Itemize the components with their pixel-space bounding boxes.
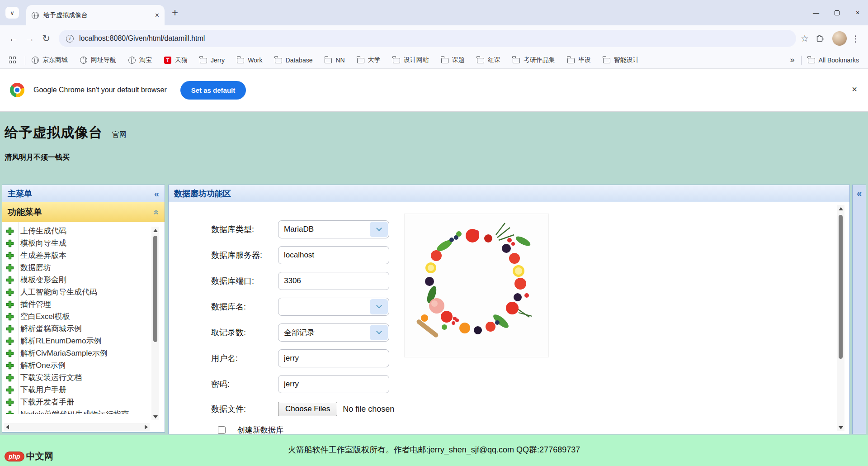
window-close-button[interactable]: × bbox=[847, 0, 868, 25]
sidebar-item-parse-cake-mall[interactable]: 解析蛋糕商城示例 bbox=[2, 323, 165, 335]
scroll-left-icon[interactable] bbox=[4, 423, 11, 431]
notification-close-icon[interactable]: × bbox=[852, 84, 857, 95]
page-header: 给予虚拟成像台 官网 清风明月不须一钱买 bbox=[0, 112, 868, 162]
scrollbar-thumb[interactable] bbox=[839, 215, 843, 359]
scroll-up-icon[interactable] bbox=[837, 205, 844, 212]
official-site-link[interactable]: 官网 bbox=[112, 131, 126, 138]
sidebar-item-blank-excel[interactable]: 空白Excel模板 bbox=[2, 310, 165, 323]
db-server-label: 数据库服务器: bbox=[211, 250, 278, 261]
sidebar-menu-list: 上传生成代码 模板向导生成 生成差异版本 数据磨坊 模板变形金刚 人工智能向导生… bbox=[2, 222, 165, 414]
new-tab-button[interactable]: + bbox=[172, 6, 178, 19]
profile-avatar[interactable] bbox=[832, 31, 847, 46]
folder-icon bbox=[325, 58, 332, 63]
main-panel-header: 数据磨坊功能区 bbox=[169, 185, 849, 202]
browser-tab[interactable]: 给予虚拟成像台 × bbox=[26, 5, 165, 25]
record-count-select[interactable]: 全部记录 bbox=[278, 323, 389, 342]
bookmark-folder-hongke[interactable]: 红课 bbox=[477, 56, 500, 64]
scrollbar-thumb[interactable] bbox=[153, 236, 157, 342]
data-file-label: 数据文件: bbox=[211, 404, 278, 414]
url-bar[interactable]: i localhost:8080/Given/html/datamill.htm… bbox=[59, 30, 796, 47]
tab-close-button[interactable]: × bbox=[155, 11, 159, 19]
bookmark-folder-bishe[interactable]: 毕设 bbox=[567, 56, 591, 64]
folder-icon bbox=[513, 58, 520, 63]
bookmark-taobao[interactable]: 淘宝 bbox=[128, 56, 152, 64]
sidebar-item-plugin-manage[interactable]: 插件管理 bbox=[2, 298, 165, 310]
page-footer: 火箭船软件工作室版权所有。作者电邮:jerry_shen_sjf@qq.com … bbox=[0, 435, 868, 466]
bookmark-jd[interactable]: 京东商城 bbox=[32, 56, 68, 64]
main-vertical-scrollbar[interactable] bbox=[837, 205, 844, 431]
bookmark-star-icon[interactable]: ☆ bbox=[801, 33, 809, 44]
bookmark-folder-work[interactable]: Work bbox=[237, 57, 262, 64]
bookmark-folder-nn[interactable]: NN bbox=[325, 57, 344, 64]
collapse-up-icon[interactable]: « bbox=[152, 209, 161, 214]
sidebar-item-ai-wizard[interactable]: 人工智能向导生成代码 bbox=[2, 286, 165, 298]
scroll-right-icon[interactable] bbox=[142, 423, 150, 431]
window-minimize-button[interactable]: — bbox=[806, 0, 826, 25]
password-input[interactable] bbox=[278, 375, 389, 393]
bookmark-folder-jerry[interactable]: Jerry bbox=[200, 57, 225, 64]
folder-icon bbox=[441, 58, 448, 63]
scroll-down-icon[interactable] bbox=[837, 424, 844, 431]
bookmark-nav[interactable]: 网址导航 bbox=[80, 56, 116, 64]
collapse-left-icon[interactable]: « bbox=[154, 189, 159, 198]
plus-icon bbox=[6, 276, 14, 284]
scroll-down-icon[interactable] bbox=[151, 413, 159, 420]
sidebar-header: 主菜单 « bbox=[2, 185, 165, 202]
bookmark-folder-portfolio[interactable]: 考研作品集 bbox=[513, 56, 555, 64]
accordion-header-function-menu[interactable]: 功能菜单 « bbox=[2, 202, 165, 222]
plus-icon bbox=[6, 288, 14, 296]
all-bookmarks-button[interactable]: All Bookmarks bbox=[808, 57, 859, 64]
east-collapsed-panel[interactable]: « bbox=[852, 185, 866, 434]
sidebar-item-template-wizard[interactable]: 模板向导生成 bbox=[2, 237, 165, 249]
sidebar-item-template-transformer[interactable]: 模板变形金刚 bbox=[2, 274, 165, 286]
folder-icon bbox=[393, 58, 400, 63]
bookmark-folder-design[interactable]: 设计网站 bbox=[393, 56, 429, 64]
window-maximize-button[interactable] bbox=[826, 0, 847, 25]
db-name-select[interactable] bbox=[278, 298, 389, 316]
php-cn-watermark[interactable]: php 中文网 bbox=[5, 450, 53, 462]
site-info-icon[interactable]: i bbox=[66, 35, 74, 43]
sidebar-item-download-user-manual[interactable]: 下载用户手册 bbox=[2, 384, 165, 396]
divider bbox=[801, 56, 802, 65]
create-db-row: 创建新数据库 bbox=[218, 423, 849, 436]
extensions-puzzle-icon[interactable] bbox=[812, 31, 828, 46]
sidebar-item-download-install-doc[interactable]: 下载安装运行文档 bbox=[2, 371, 165, 384]
sidebar-horizontal-scrollbar[interactable] bbox=[4, 423, 150, 431]
main-panel-title: 数据磨坊功能区 bbox=[174, 188, 231, 199]
username-input[interactable] bbox=[278, 349, 389, 367]
sidebar-item-diff-version[interactable]: 生成差异版本 bbox=[2, 249, 165, 262]
fruit-wreath-image bbox=[405, 214, 548, 357]
expand-left-icon[interactable]: « bbox=[853, 189, 866, 198]
back-button[interactable]: ← bbox=[5, 30, 22, 47]
create-db-checkbox[interactable] bbox=[218, 426, 226, 434]
bookmark-tmall[interactable]: T天猫 bbox=[164, 56, 188, 64]
bookmark-folder-database[interactable]: Database bbox=[275, 57, 313, 64]
reload-button[interactable]: ↻ bbox=[38, 30, 54, 47]
sidebar-item-parse-rlenumdemo[interactable]: 解析RLEnumDemo示例 bbox=[2, 335, 165, 347]
bookmark-folder-smart-design[interactable]: 智能设计 bbox=[603, 56, 639, 64]
scroll-up-icon[interactable] bbox=[151, 227, 159, 234]
sidebar-item-download-dev-manual[interactable]: 下载开发者手册 bbox=[2, 396, 165, 408]
db-port-input[interactable] bbox=[278, 272, 389, 290]
sidebar-item-data-mill[interactable]: 数据磨坊 bbox=[2, 262, 165, 274]
sidebar-vertical-scrollbar[interactable] bbox=[151, 227, 159, 420]
browser-menu-icon[interactable]: ⋮ bbox=[851, 33, 860, 44]
sidebar-item-upload-generate[interactable]: 上传生成代码 bbox=[2, 225, 165, 237]
db-server-input[interactable] bbox=[278, 246, 389, 264]
sidebar-item-parse-one[interactable]: 解析One示例 bbox=[2, 359, 165, 371]
set-as-default-button[interactable]: Set as default bbox=[180, 81, 246, 100]
tab-title: 给予虚拟成像台 bbox=[43, 11, 151, 19]
tab-search-button[interactable]: ∨ bbox=[5, 7, 19, 19]
db-type-select[interactable]: MariaDB bbox=[278, 220, 389, 238]
bookmarks-overflow-icon[interactable]: » bbox=[790, 55, 795, 65]
apps-grid-icon[interactable] bbox=[9, 57, 16, 63]
plus-icon bbox=[6, 239, 14, 247]
default-browser-notification: Google Chrome isn't your default browser… bbox=[0, 69, 868, 112]
forward-button[interactable]: → bbox=[22, 30, 38, 47]
bookmark-folder-topic[interactable]: 课题 bbox=[441, 56, 465, 64]
sidebar-item-parse-civmariasample[interactable]: 解析CivMariaSample示例 bbox=[2, 347, 165, 359]
bookmark-folder-university[interactable]: 大学 bbox=[357, 56, 381, 64]
choose-files-button[interactable]: Choose Files bbox=[278, 402, 337, 416]
sidebar-item-nodejs-guide[interactable]: Nodejs前端代码生成物运行指南 bbox=[2, 408, 165, 414]
page-background: 给予虚拟成像台 官网 清风明月不须一钱买 主菜单 « 功能菜单 « 上传生成代码… bbox=[0, 112, 868, 435]
